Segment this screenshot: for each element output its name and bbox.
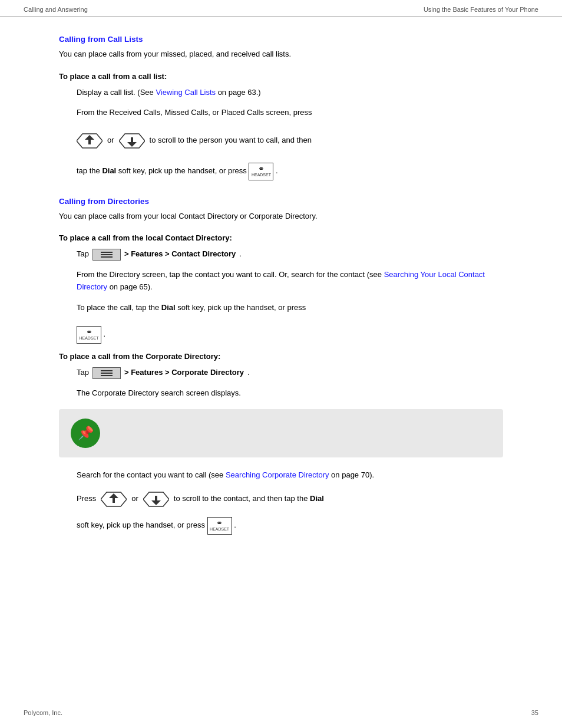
up-arrow-icon-2 — [101, 490, 127, 509]
instruction-received-calls: From the Received Calls, Missed Calls, o… — [77, 107, 503, 154]
instruction-corporate-search-screen: The Corporate Directory search screen di… — [77, 387, 503, 400]
subsection-title-corporate: To place a call from the Corporate Direc… — [59, 352, 503, 361]
instruction-softkey-corporate: soft key, pick up the handset, or press … — [77, 517, 503, 535]
instruction-tap-features-contact: Tap > Features > Contact Directory. — [77, 248, 503, 261]
subsection-title-local-contact: To place a call from the local Contact D… — [59, 233, 503, 242]
instruction-directory-screen: From the Directory screen, tap the conta… — [77, 269, 503, 294]
section-intro-call-lists: You can place calls from your missed, pl… — [59, 48, 503, 60]
instruction-press-scroll-corporate: Press or to scroll to the contact, and t… — [77, 490, 503, 509]
menu-lines — [101, 252, 113, 258]
section-calling-from-directories: Calling from Directories You can place c… — [59, 197, 503, 535]
headset-icon-2: ⚭ HEADSET — [77, 326, 101, 344]
header-right: Using the Basic Features of Your Phone — [424, 6, 538, 13]
scroll-text-corporate: to scroll to the contact, and then tap t… — [174, 493, 324, 505]
section-calling-from-call-lists: Calling from Call Lists You can place ca… — [59, 35, 503, 180]
instruction-tap-dial: tap the Dial soft key, pick up the hands… — [77, 163, 503, 180]
menu-button-icon-1 — [92, 249, 121, 261]
features-corporate-dir-label: > Features > Corporate Directory — [124, 367, 244, 379]
section-title-directories: Calling from Directories — [59, 197, 503, 206]
subsection-title-call-list: To place a call from a call list: — [59, 72, 503, 81]
searching-local-link[interactable]: Searching Your Local Contact Directory — [77, 270, 485, 291]
tip-icon: 📌 — [71, 419, 100, 448]
headset-icon-1: ⚭ HEADSET — [249, 163, 273, 180]
instruction-search-contact: Search for the contact you want to call … — [77, 469, 503, 482]
page-header: Calling and Answering Using the Basic Fe… — [0, 0, 562, 17]
tip-pin-icon: 📌 — [78, 426, 94, 441]
section-title-call-lists: Calling from Call Lists — [59, 35, 503, 44]
page-footer: Polycom, Inc. 35 — [0, 709, 562, 716]
section-intro-directories: You can place calls from your local Cont… — [59, 210, 503, 222]
svg-marker-5 — [109, 493, 118, 503]
headset-icon-3: ⚭ HEADSET — [207, 517, 232, 535]
footer-right: 35 — [531, 709, 538, 716]
down-arrow-icon — [119, 131, 145, 150]
scroll-text-1: to scroll to the person you want to call… — [150, 134, 312, 147]
features-contact-dir-label: > Features > Contact Directory — [124, 248, 236, 261]
down-arrow-icon-2 — [143, 490, 169, 509]
header-left: Calling and Answering — [24, 6, 88, 13]
page-content: Calling from Call Lists You can place ca… — [0, 17, 562, 587]
instruction-display-call-list: Display a call list. (See Viewing Call L… — [77, 87, 503, 99]
or-label-2: or — [131, 493, 138, 505]
svg-marker-1 — [85, 135, 94, 144]
menu-lines-2 — [101, 370, 113, 376]
footer-left: Polycom, Inc. — [24, 709, 62, 716]
svg-marker-7 — [151, 496, 161, 505]
tip-box: 📌 — [59, 409, 503, 457]
svg-marker-3 — [127, 137, 137, 147]
searching-corporate-link[interactable]: Searching Corporate Directory — [226, 470, 329, 479]
instruction-tap-features-corporate: Tap > Features > Corporate Directory. — [77, 367, 503, 379]
up-arrow-icon — [77, 131, 103, 150]
instruction-place-call-local: To place the call, tap the Dial soft key… — [77, 302, 503, 344]
or-label: or — [107, 134, 114, 147]
viewing-call-lists-link[interactable]: Viewing Call Lists — [156, 88, 216, 97]
menu-button-icon-2 — [92, 367, 121, 379]
